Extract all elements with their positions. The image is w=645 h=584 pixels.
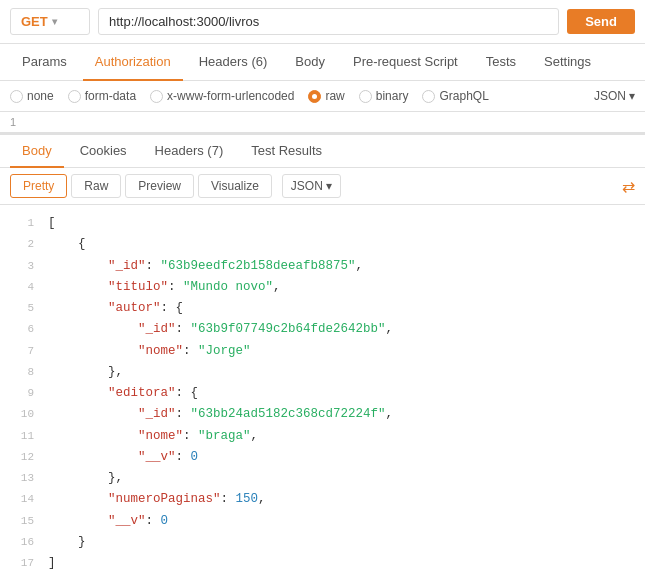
line-number: 15 [4,512,34,531]
radio-raw-label: raw [325,89,344,103]
line-number: 8 [4,363,34,382]
view-format-dropdown[interactable]: JSON ▾ [282,174,341,198]
line-content: "__v": 0 [48,511,641,532]
json-line: 1[ [0,213,645,234]
tab-settings[interactable]: Settings [532,44,603,81]
line-number: 6 [4,320,34,339]
radio-none-circle [10,90,23,103]
radio-none[interactable]: none [10,89,54,103]
line-content: "numeroPaginas": 150, [48,489,641,510]
method-chevron-icon: ▾ [52,16,57,27]
radio-raw[interactable]: raw [308,89,344,103]
radio-form-data[interactable]: form-data [68,89,136,103]
view-tabs: Pretty Raw Preview Visualize JSON ▾ ⇄ [0,168,645,205]
method-label: GET [21,14,48,29]
line-number: 16 [4,533,34,552]
format-dropdown-label: JSON [594,89,626,103]
radio-graphql[interactable]: GraphQL [422,89,488,103]
radio-urlencoded-circle [150,90,163,103]
line-content: } [48,532,641,553]
tab-headers[interactable]: Headers (6) [187,44,280,81]
response-tabs: Body Cookies Headers (7) Test Results [0,135,645,168]
tab-body[interactable]: Body [283,44,337,81]
resp-tab-headers[interactable]: Headers (7) [143,135,236,168]
line-content: "nome": "Jorge" [48,341,641,362]
view-tab-visualize[interactable]: Visualize [198,174,272,198]
json-line: 3 "_id": "63b9eedfc2b158deeafb8875", [0,256,645,277]
line-number: 9 [4,384,34,403]
radio-form-data-label: form-data [85,89,136,103]
view-tab-pretty[interactable]: Pretty [10,174,67,198]
line-content: "nome": "braga", [48,426,641,447]
format-dropdown[interactable]: JSON ▾ [594,89,635,103]
line-number: 11 [4,427,34,446]
line-content: "_id": "63bb24ad5182c368cd72224f", [48,404,641,425]
json-line: 17] [0,553,645,574]
line-number: 1 [4,214,34,233]
line-content: "titulo": "Mundo novo", [48,277,641,298]
send-button[interactable]: Send [567,9,635,34]
view-tab-preview[interactable]: Preview [125,174,194,198]
view-format-chevron-icon: ▾ [326,179,332,193]
json-line: 11 "nome": "braga", [0,426,645,447]
response-area: Body Cookies Headers (7) Test Results Pr… [0,133,645,582]
line-content: { [48,234,641,255]
view-tab-raw[interactable]: Raw [71,174,121,198]
radio-binary-label: binary [376,89,409,103]
json-line: 15 "__v": 0 [0,511,645,532]
line-number: 14 [4,490,34,509]
view-format-label: JSON [291,179,323,193]
json-line: 10 "_id": "63bb24ad5182c368cd72224f", [0,404,645,425]
method-dropdown[interactable]: GET ▾ [10,8,90,35]
line-number: 3 [4,257,34,276]
tab-pre-request[interactable]: Pre-request Script [341,44,470,81]
url-bar: GET ▾ Send [0,0,645,44]
tab-params[interactable]: Params [10,44,79,81]
line-content: "_id": "63b9f07749c2b64fde2642bb", [48,319,641,340]
line-number: 10 [4,405,34,424]
json-line: 4 "titulo": "Mundo novo", [0,277,645,298]
url-input[interactable] [98,8,559,35]
line-number: 4 [4,278,34,297]
radio-form-data-circle [68,90,81,103]
line-number: 17 [4,554,34,573]
resp-tab-cookies[interactable]: Cookies [68,135,139,168]
radio-urlencoded[interactable]: x-www-form-urlencoded [150,89,294,103]
radio-graphql-label: GraphQL [439,89,488,103]
json-line: 9 "editora": { [0,383,645,404]
request-tabs: Params Authorization Headers (6) Body Pr… [0,44,645,81]
radio-binary[interactable]: binary [359,89,409,103]
line-content: }, [48,362,641,383]
line-content: ] [48,553,641,574]
line-content: "editora": { [48,383,641,404]
json-line: 8 }, [0,362,645,383]
radio-binary-circle [359,90,372,103]
line-number: 2 [4,235,34,254]
json-line: 13 }, [0,468,645,489]
tab-authorization[interactable]: Authorization [83,44,183,81]
json-line: 7 "nome": "Jorge" [0,341,645,362]
line-content: "_id": "63b9eedfc2b158deeafb8875", [48,256,641,277]
resp-tab-test-results[interactable]: Test Results [239,135,334,168]
tab-tests[interactable]: Tests [474,44,528,81]
radio-none-label: none [27,89,54,103]
json-viewer: 1[2 {3 "_id": "63b9eedfc2b158deeafb8875"… [0,205,645,582]
radio-urlencoded-label: x-www-form-urlencoded [167,89,294,103]
line-number: 7 [4,342,34,361]
line-content: "__v": 0 [48,447,641,468]
line-content: "autor": { [48,298,641,319]
line-number: 12 [4,448,34,467]
json-line: 12 "__v": 0 [0,447,645,468]
json-line: 2 { [0,234,645,255]
line-content: [ [48,213,641,234]
json-line: 16 } [0,532,645,553]
line-number: 5 [4,299,34,318]
json-line: 5 "autor": { [0,298,645,319]
format-dropdown-chevron-icon: ▾ [629,89,635,103]
resp-tab-body[interactable]: Body [10,135,64,168]
editor-line-numbers: 1 [0,112,645,133]
wrap-icon[interactable]: ⇄ [622,177,635,196]
radio-graphql-circle [422,90,435,103]
json-line: 6 "_id": "63b9f07749c2b64fde2642bb", [0,319,645,340]
json-line: 14 "numeroPaginas": 150, [0,489,645,510]
